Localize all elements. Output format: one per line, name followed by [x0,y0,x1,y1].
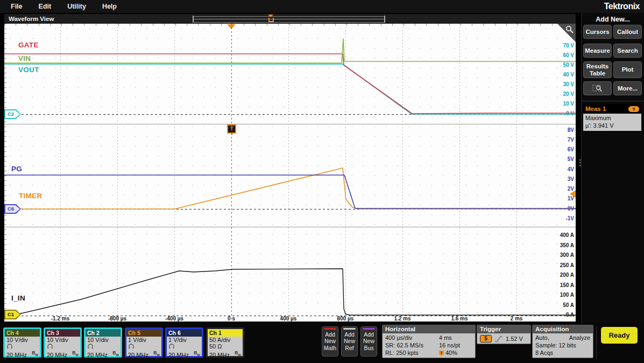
scope-screen: FileEditUtilityHelp Tektronix Waveform V… [0,0,644,363]
meas-type-label: Maximum [585,115,639,122]
zoom-region-icon [592,84,603,93]
channel-bandwidth-row: 20 MHzBW [45,350,80,358]
minimap-track [193,19,385,19]
add-new-heading: Add New... [582,16,644,23]
trigger-status-indicator: Ready [601,327,638,344]
waveform-traces [4,24,576,322]
channel-bandwidth-label: 20 MHz [128,352,148,358]
trace-vin [4,39,576,63]
trigger-panel-title: Trigger [477,325,530,333]
addnew-stripe [363,328,375,330]
channel-scale-label: 50 A/div [208,337,243,343]
panel-splitter-handle[interactable]: ⋮ [576,160,579,164]
zoom-tool-button[interactable] [583,81,612,95]
menu-item-edit[interactable]: Edit [39,3,52,10]
bandwidth-limit-icon: BW [194,350,200,358]
addnew-stripe [324,328,336,330]
side-button-more[interactable]: More... [613,81,642,95]
channel-bandwidth-row: 20 MHzBW [126,350,161,358]
trigger-panel[interactable]: Trigger 5 1.52 V [477,325,531,344]
bandwidth-limit-icon: BW [32,350,38,358]
channel-probe-row [45,343,80,350]
channel-bandwidth-label: 20 MHz [168,352,189,358]
meas-source-pill: 5 [628,106,639,112]
channel-bandwidth-label: 20 MHz [47,352,67,358]
channel-flag-label: C2 [5,110,20,118]
menu-item-file[interactable]: File [11,3,23,10]
channel-bandwidth-row: 20 MHzBW [167,350,202,358]
trigger-level-value: 1.52 V [506,336,523,342]
side-button-cursors[interactable]: Cursors [583,25,612,39]
horizontal-window: 4 ms [439,334,472,341]
side-button-search[interactable]: Search [613,44,642,58]
acquisition-panel[interactable]: Acquisition Auto,Analyze Sample: 12 bits… [532,325,593,358]
trace-label-pg: PG [11,165,22,173]
channel-bandwidth-label: 20 MHz [209,352,230,358]
channel-badge-title: Ch 6 [167,329,202,337]
channel-scale-label: 1 V/div [167,337,202,343]
channel-probe-row [5,343,40,350]
waveform-plot: T -1.2 ms-800 µs-400 µs0 s400 µs800 µs1.… [4,24,576,322]
waveform-view-title: Waveform View [9,16,54,22]
trigger-position-triangle-icon [268,15,273,17]
side-button-results-table[interactable]: Results Table [583,61,612,78]
channel-badge-ch2[interactable]: Ch 210 V/div20 MHzBW [84,327,122,358]
channel-scale-label: 1 V/div [126,337,161,343]
channel-badge-ch5[interactable]: Ch 51 V/div20 MHzBW [125,327,163,358]
side-panel-separator [582,101,644,101]
channel-flag-label: C6 [5,205,20,213]
bottom-separator [596,326,597,359]
side-button-plot[interactable]: Plot [613,61,642,78]
meas-1-badge[interactable]: Meas 1 5 Maximum µ': 3.941 V [583,104,641,131]
trigger-position-marker[interactable] [268,15,273,23]
channel-probe-row [167,343,202,350]
meas-1-title: Meas 1 [585,106,606,112]
menu-item-utility[interactable]: Utility [67,3,86,10]
channel-flag-label: C1 [5,311,20,318]
channel-badge-ch6[interactable]: Ch 61 V/div20 MHzBW [165,327,203,358]
record-length: RL: 250 kpts [385,349,439,357]
acquisition-mode: Auto, [535,334,549,341]
trace-i_in [19,269,576,315]
side-button-measure[interactable]: Measure [583,44,612,58]
horizontal-scale: 400 µs/div [385,334,439,341]
acquisition-sample-bits: Sample: 12 bits [535,341,590,349]
channel-badge-title: Ch 3 [45,329,80,337]
trace-pg [4,175,576,208]
channel-termination-label: 50 Ω [208,343,243,350]
trace-label-vin: VIN [18,54,31,62]
side-button-callout[interactable]: Callout [613,25,642,39]
add-new-ref-button[interactable]: Add New Ref [341,326,358,357]
channel-badge-title: Ch 4 [5,329,40,337]
bandwidth-limit-icon: BW [112,350,119,358]
channel-badge-ch1[interactable]: Ch 150 A/div50 Ω20 MHzBW [206,327,244,358]
probe-icon [128,344,135,348]
trace-label-vout: VOUT [18,66,39,74]
horizontal-position-slider[interactable] [193,16,385,23]
channel-badge-title: Ch 2 [86,329,121,337]
menu-item-help[interactable]: Help [102,3,117,10]
probe-icon [47,344,53,348]
tektronix-logo: Tektronix [604,2,640,11]
waveform-view-titlebar: Waveform View [4,14,576,24]
side-panel: Add New... Meas 1 5 Maximum µ': 3.941 V … [581,13,644,323]
trigger-position-bracket-icon [268,18,274,22]
channel-badge-ch4[interactable]: Ch 410 V/div20 MHzBW [3,327,41,358]
probe-icon [6,344,13,348]
probe-icon [87,344,94,348]
bottom-bar: Horizontal 400 µs/div4 ms SR: 62.5 MS/s1… [0,323,644,363]
channel-bandwidth-row: 20 MHzBW [208,350,243,358]
add-new-math-button[interactable]: Add New Math [322,326,338,357]
add-new-bus-button[interactable]: Add New Bus [360,326,377,357]
horizontal-panel[interactable]: Horizontal 400 µs/div4 ms SR: 62.5 MS/s1… [382,325,476,358]
meas-value-label: µ': 3.941 V [585,122,639,130]
trigger-source-pill: 5 [480,335,492,343]
trace-vout [4,64,576,114]
channel-badge-title: Ch 5 [126,329,161,337]
rising-edge-icon [494,336,503,343]
bandwidth-limit-icon: BW [235,350,241,358]
acquisition-analyze: Analyze [569,334,590,341]
channel-badge-ch3[interactable]: Ch 310 V/div20 MHzBW [44,327,82,358]
channel-probe-row [126,343,161,350]
channel-bandwidth-label: 20 MHz [6,352,27,358]
